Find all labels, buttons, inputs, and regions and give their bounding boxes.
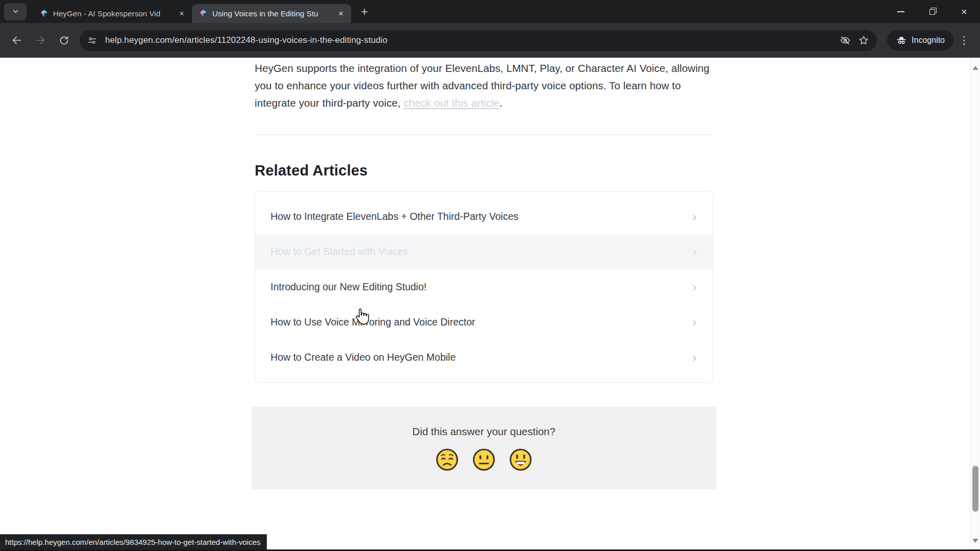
plus-icon: + [361, 5, 368, 19]
page-scrollbar[interactable] [970, 58, 980, 551]
star-icon [858, 35, 869, 46]
chevron-right-icon: › [692, 210, 697, 223]
incognito-icon [896, 35, 907, 46]
disappointed-face-button[interactable] [435, 448, 459, 471]
happy-face-icon [509, 448, 532, 471]
related-articles-card: How to Integrate ElevenLabs + Other Thir… [255, 191, 713, 383]
article-paragraph: HeyGen supports the integration of your … [255, 58, 713, 112]
browser-toolbar: help.heygen.com/en/articles/11202248-usi… [0, 23, 980, 58]
related-article-title: Introducing our New Editing Studio! [271, 281, 427, 293]
address-bar[interactable]: help.heygen.com/en/articles/11202248-usi… [80, 30, 877, 51]
tab-close-button[interactable]: × [177, 9, 187, 19]
status-bar: https://help.heygen.com/en/articles/9834… [0, 534, 267, 549]
related-article-title: How to Integrate ElevenLabs + Other Thir… [271, 211, 519, 222]
scrollbar-thumb[interactable] [972, 466, 978, 512]
incognito-badge: Incognito [887, 30, 953, 51]
heygen-logo-icon [40, 9, 48, 18]
feedback-question: Did this answer your question? [251, 407, 717, 438]
back-arrow-icon [11, 35, 22, 46]
new-tab-button[interactable]: + [356, 4, 373, 20]
paragraph-text: . [500, 97, 503, 109]
related-article-title: How to Use Voice Mirroring and Voice Dir… [271, 316, 475, 328]
chevron-right-icon: › [692, 245, 697, 259]
related-article-title: How to Create a Video on HeyGen Mobile [271, 352, 456, 363]
triangle-up-icon [972, 66, 978, 70]
disappointed-face-icon [435, 448, 459, 471]
close-window-button[interactable]: × [948, 0, 980, 23]
triangle-down-icon [972, 539, 978, 543]
close-icon: × [961, 6, 967, 17]
close-icon: × [179, 9, 184, 18]
chevron-right-icon: › [692, 316, 697, 329]
eye-off-button[interactable] [836, 31, 854, 49]
section-divider [255, 134, 713, 135]
page-content: HeyGen supports the integration of your … [0, 58, 980, 551]
related-article-row[interactable]: Introducing our New Editing Studio!› [255, 269, 713, 305]
heygen-logo-icon [199, 9, 208, 18]
neutral-face-icon [472, 448, 496, 471]
tab-strip: HeyGen - AI Spokesperson Vid × Using Voi… [0, 0, 980, 23]
close-icon: × [338, 9, 343, 18]
scroll-up-button[interactable] [970, 63, 980, 73]
article-body: HeyGen supports the integration of your … [255, 58, 713, 383]
forward-button[interactable] [29, 29, 52, 52]
happy-face-button[interactable] [509, 448, 532, 471]
bookmark-star-button[interactable] [854, 31, 873, 49]
browser-window: HeyGen - AI Spokesperson Vid × Using Voi… [0, 0, 980, 551]
window-controls: × [885, 0, 980, 23]
forward-arrow-icon [35, 35, 46, 46]
related-article-title: How to Get Started with Voices [271, 246, 408, 258]
reload-icon [59, 35, 69, 46]
kebab-menu-icon: ⋮ [959, 34, 970, 46]
reload-button[interactable] [52, 29, 76, 52]
restore-icon [929, 9, 936, 15]
scroll-down-button[interactable] [970, 536, 980, 546]
tab-title: HeyGen - AI Spokesperson Vid [53, 9, 174, 18]
incognito-label: Incognito [912, 36, 945, 45]
chevron-right-icon: › [692, 281, 697, 294]
tab-search-button[interactable] [4, 3, 27, 20]
feedback-box: Did this answer your question? [251, 407, 717, 489]
eye-off-icon [840, 35, 851, 46]
related-article-row[interactable]: How to Use Voice Mirroring and Voice Dir… [255, 305, 713, 340]
status-url: https://help.heygen.com/en/articles/9834… [5, 538, 260, 546]
related-article-row[interactable]: How to Create a Video on HeyGen Mobile› [255, 340, 713, 375]
restore-button[interactable] [917, 0, 948, 23]
related-articles-heading: Related Articles [255, 162, 713, 179]
tab-using-voices[interactable]: Using Voices in the Editing Stu × [192, 4, 351, 23]
minimize-button[interactable] [885, 0, 917, 23]
minimize-icon [897, 11, 904, 12]
tab-close-button[interactable]: × [336, 9, 346, 19]
feedback-emoji-row [251, 448, 717, 471]
back-button[interactable] [5, 29, 29, 52]
related-article-row[interactable]: How to Get Started with Voices› [255, 234, 713, 269]
tune-icon [87, 36, 97, 45]
site-info-button[interactable] [83, 32, 101, 49]
neutral-face-button[interactable] [472, 448, 496, 471]
chevron-right-icon: › [692, 351, 697, 364]
chevron-down-icon [13, 9, 18, 14]
url-text: help.heygen.com/en/articles/11202248-usi… [105, 35, 836, 45]
related-article-row[interactable]: How to Integrate ElevenLabs + Other Thir… [255, 199, 713, 234]
check-out-article-link[interactable]: check out this article [404, 97, 500, 109]
tab-title: Using Voices in the Editing Stu [212, 9, 333, 18]
tab-heygen-home[interactable]: HeyGen - AI Spokesperson Vid × [33, 4, 192, 23]
browser-menu-button[interactable]: ⋮ [953, 30, 975, 51]
